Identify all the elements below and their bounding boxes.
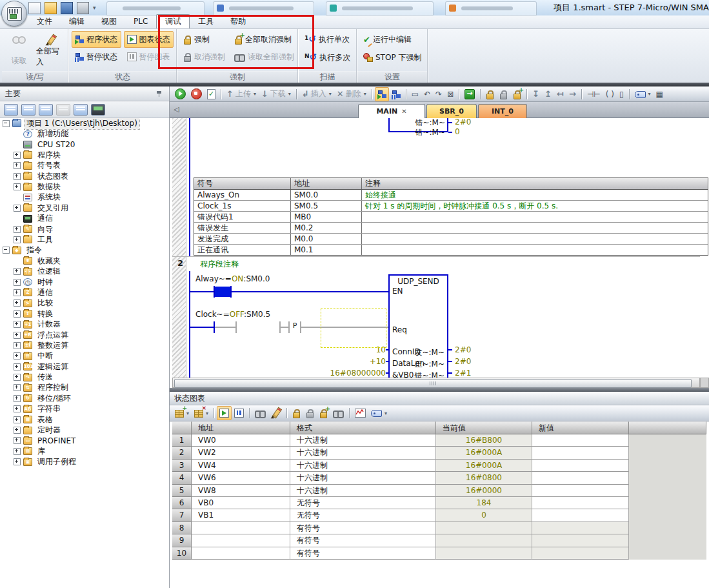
app-menu-button[interactable] <box>1 1 27 26</box>
format-cell[interactable]: 有符号 <box>290 547 436 560</box>
data-block-button[interactable] <box>56 104 70 116</box>
tree-expander-icon[interactable] <box>14 332 21 339</box>
new-value-cell[interactable] <box>532 522 629 534</box>
tree-item[interactable]: 位逻辑 <box>0 266 169 276</box>
address-cell[interactable]: VW6 <box>192 472 290 484</box>
tree-expander-icon[interactable] <box>3 247 10 254</box>
format-cell[interactable]: 十六进制 <box>290 472 436 484</box>
format-cell[interactable]: 十六进制 <box>290 434 436 447</box>
ribbon-button-暂停状态[interactable]: 暂停状态 <box>72 48 121 65</box>
ribbon-tab-工具[interactable]: 工具 <box>190 15 222 28</box>
ribbon-button-全部写入[interactable]: 全部写入 <box>35 30 66 68</box>
tree-expander-icon[interactable] <box>14 352 21 360</box>
delete-row-button[interactable]: ×▾ <box>192 406 211 420</box>
tree-expander-icon[interactable] <box>14 416 21 423</box>
project-tree-button[interactable] <box>4 104 18 116</box>
tree-item[interactable]: 浮点运算 <box>0 330 169 340</box>
format-cell[interactable]: 十六进制 <box>290 485 436 497</box>
tree-item[interactable]: 项目 1 (C:\Users\tjh\Desktop) <box>0 118 169 128</box>
tree-item[interactable]: 系统块 <box>0 192 169 203</box>
row-number-cell[interactable]: 6 <box>172 497 192 509</box>
tree-expander-icon[interactable] <box>14 226 21 233</box>
unforce-all-button[interactable]: + <box>317 406 330 420</box>
empty-contact[interactable] <box>235 321 237 333</box>
ribbon-tab-编辑[interactable]: 编辑 <box>61 15 93 28</box>
format-cell[interactable]: 十六进制 <box>290 447 436 459</box>
tree-item[interactable]: 表格 <box>0 414 169 425</box>
line-down-button[interactable]: ↧ <box>530 87 542 101</box>
tree-expander-icon[interactable] <box>14 205 21 212</box>
upload-button[interactable]: ↑上传▾ <box>224 87 259 101</box>
tree-expander-icon[interactable] <box>14 384 21 391</box>
tree-expander-icon[interactable] <box>14 310 21 318</box>
tree-expander-icon[interactable] <box>14 279 21 286</box>
compile-button[interactable] <box>205 87 218 101</box>
tree-expander-icon[interactable] <box>14 448 21 455</box>
cross-reference-button[interactable] <box>74 104 88 116</box>
new-value-cell[interactable] <box>532 485 629 497</box>
ribbon-button-读取全部强制[interactable]: 读取全部强制 <box>231 48 297 65</box>
open-folder-icon[interactable] <box>45 2 57 14</box>
tree-expander-icon[interactable] <box>14 183 21 190</box>
pin-icon[interactable] <box>156 90 163 97</box>
bookmark-next-button[interactable]: ↷ <box>433 87 444 101</box>
dropdown-caret-icon[interactable]: ▾ <box>648 91 651 97</box>
line-left-button[interactable]: ↤ <box>554 87 566 101</box>
goto-button[interactable] <box>462 87 477 101</box>
bookmark-toggle-button[interactable]: ▭ <box>409 87 421 101</box>
tree-expander-icon[interactable] <box>14 363 21 370</box>
unforce-all-button[interactable]: + <box>510 87 524 101</box>
tree-expander-icon[interactable] <box>14 458 21 465</box>
insert-box-button[interactable]: ▯ <box>617 87 626 101</box>
row-number-cell[interactable]: 9 <box>172 534 192 547</box>
tab-sbr0[interactable]: SBR_0 <box>426 104 477 118</box>
ribbon-button-图表状态[interactable]: 图表状态 <box>124 31 174 48</box>
insert-coil-button[interactable]: ( ) <box>603 87 617 101</box>
format-cell[interactable]: 有符号 <box>290 522 436 534</box>
format-cell[interactable]: 无符号 <box>290 497 436 509</box>
tree-item[interactable]: 工具 <box>0 234 169 245</box>
tree-item[interactable]: PROFINET <box>0 436 169 446</box>
tree-expander-icon[interactable] <box>14 374 21 381</box>
ribbon-tab-文件[interactable]: 文件 <box>28 15 61 28</box>
ribbon-tab-调试[interactable]: 调试 <box>156 14 190 28</box>
ribbon-tab-PLC[interactable]: PLC <box>125 15 156 28</box>
tree-item[interactable]: 库 <box>0 446 169 456</box>
tree-item[interactable]: 时钟 <box>0 277 169 287</box>
pause-status-toggle[interactable] <box>389 87 403 101</box>
symbol-info-table-button[interactable]: ▦ <box>654 87 666 101</box>
address-cell[interactable]: VW2 <box>192 447 290 459</box>
tree-item[interactable]: 状态图表 <box>0 171 169 181</box>
address-cell[interactable]: VB0 <box>192 497 290 509</box>
dropdown-caret-icon[interactable]: ▾ <box>254 91 256 97</box>
tree-item[interactable]: 新增功能 <box>0 128 169 139</box>
address-cell[interactable] <box>192 534 290 547</box>
row-number-cell[interactable]: 2 <box>172 447 192 459</box>
tree-expander-icon[interactable] <box>14 321 21 328</box>
ribbon-button-执行多次[interactable]: N↺执行多次 <box>301 49 354 66</box>
ribbon-button-全部取消强制[interactable]: +全部取消强制 <box>231 31 297 48</box>
editor-horizontal-scrollbar[interactable] <box>172 378 700 388</box>
new-value-cell[interactable] <box>532 434 629 447</box>
read-button[interactable] <box>252 406 268 420</box>
tree-item[interactable]: 数据块 <box>0 181 169 192</box>
address-cell[interactable]: VW4 <box>192 460 290 472</box>
tree-item[interactable]: 字符串 <box>0 404 169 414</box>
trend-view-button[interactable] <box>352 406 368 420</box>
row-number-cell[interactable]: 1 <box>172 434 192 447</box>
new-value-cell[interactable] <box>532 497 629 509</box>
write-button[interactable] <box>268 406 284 420</box>
ribbon-button-运行中编辑[interactable]: ✔运行中编辑 <box>360 31 424 48</box>
insert-contact-button[interactable]: ⊣⊢ <box>584 87 603 101</box>
communications-button[interactable] <box>91 104 105 116</box>
row-number-cell[interactable]: 8 <box>172 522 192 534</box>
customize-quick-access-caret-icon[interactable]: ▾ <box>93 5 96 11</box>
tree-expander-icon[interactable] <box>14 236 21 243</box>
symbol-table-button[interactable] <box>21 104 35 116</box>
delete-button[interactable]: ✕删除▾ <box>334 87 369 101</box>
new-document-icon[interactable] <box>28 2 41 14</box>
insert-row-button[interactable]: +▾ <box>172 406 192 420</box>
tree-expander-icon[interactable] <box>14 268 21 275</box>
program-status-toggle[interactable] <box>375 87 389 101</box>
address-label-button[interactable]: ▾ <box>632 87 654 101</box>
